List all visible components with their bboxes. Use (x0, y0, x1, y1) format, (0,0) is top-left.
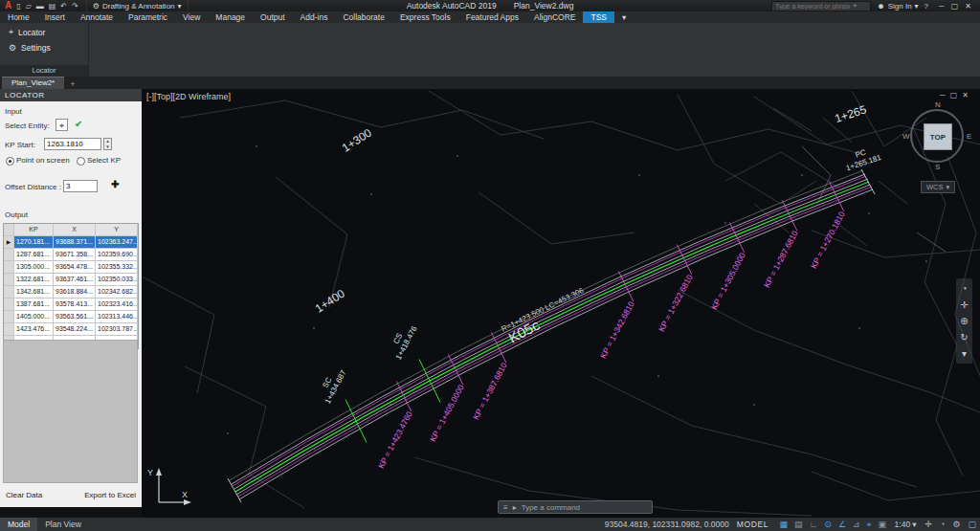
close-icon[interactable]: ✕ (962, 91, 969, 100)
viewcube-north[interactable]: N (935, 100, 941, 109)
tab-annotate[interactable]: Annotate (73, 11, 121, 23)
search-input[interactable] (775, 3, 850, 10)
tab-parametric[interactable]: Parametric (121, 11, 175, 23)
autocad-logo-icon[interactable]: A (0, 0, 16, 11)
ribbon-collapse-icon[interactable]: ▾ (614, 11, 634, 23)
layout-tab-plan-view[interactable]: Plan View (37, 518, 89, 531)
restore-icon[interactable]: ▢ (951, 2, 959, 11)
table-cell[interactable]: 1270.181... (14, 236, 54, 249)
select-kp-radio[interactable] (77, 157, 85, 166)
viewcube-west[interactable]: W (902, 132, 910, 141)
redo-icon[interactable]: ↷ (72, 2, 78, 11)
table-cell[interactable]: 93654.478... (54, 261, 96, 274)
table-cell[interactable]: 102350.033... (96, 274, 138, 286)
tab-featured-apps[interactable]: Featured Apps (458, 11, 526, 23)
zoom-icon[interactable]: ⊕ (960, 316, 968, 326)
pan-icon[interactable]: ✛ (960, 299, 968, 310)
table-cell[interactable]: 93637.461... (54, 274, 96, 286)
tab-tss[interactable]: TSS (583, 11, 614, 23)
close-icon[interactable]: ✕ (965, 2, 971, 11)
viewcube-top-face[interactable]: TOP (924, 123, 952, 150)
undo-icon[interactable]: ↶ (60, 2, 67, 11)
orbit-icon[interactable]: ↻ (960, 332, 968, 343)
navbar-more-icon[interactable]: ▾ (962, 348, 967, 359)
snap-toggle-icon[interactable]: ▤ (791, 520, 807, 529)
command-line[interactable]: ≡ ▸ Type a command (498, 500, 653, 514)
spin-down-icon[interactable]: ▾ (106, 144, 109, 149)
point-on-screen-radio[interactable] (6, 157, 14, 166)
file-tab-plan-view2[interactable]: Plan_View2* (2, 77, 64, 89)
sign-in-button[interactable]: ☻ Sign In ▾ (877, 2, 918, 11)
column-header-kp[interactable]: KP (14, 224, 54, 236)
table-cell[interactable]: 102313.446... (96, 311, 138, 323)
osnap-toggle-icon[interactable]: ⌖ (863, 520, 875, 530)
tab-home[interactable]: Home (0, 11, 37, 23)
tab-collaborate[interactable]: Collaborate (335, 11, 391, 23)
table-cell[interactable]: 93671.358... (54, 249, 96, 261)
palette-title[interactable]: LOCATOR (0, 89, 142, 101)
table-cell[interactable]: 102342.682... (96, 286, 138, 299)
clean-screen-icon[interactable]: ▢ (964, 520, 980, 529)
new-icon[interactable]: ▯ (16, 2, 20, 11)
layout-tab-model[interactable]: Model (0, 518, 37, 531)
table-cell[interactable]: 102363.247... (96, 236, 138, 249)
model-space-view[interactable]: KP = 1+270.1810 KP = 1+287.6810 KP = 1+3… (142, 89, 980, 518)
save-icon[interactable]: ▬ (36, 2, 44, 11)
table-cell[interactable]: 93578.413... (54, 299, 96, 311)
wcs-dropdown[interactable]: WCS ▾ (921, 181, 955, 193)
table-cell[interactable]: 1287.681... (14, 249, 54, 261)
workspace-switcher[interactable]: ⚙ Drafting & Annotation ▾ (86, 0, 189, 11)
viewcube-south[interactable]: S (935, 163, 940, 171)
model-space-button[interactable]: MODEL (737, 520, 768, 529)
minimize-icon[interactable]: ─ (939, 2, 945, 11)
customization-gear-icon[interactable]: ⚙ (948, 520, 964, 529)
table-cell[interactable]: 102303.787... (96, 323, 138, 336)
table-cell[interactable]: 1405.000... (14, 311, 54, 323)
drawing-canvas[interactable]: KP = 1+270.1810 KP = 1+287.6810 KP = 1+3… (142, 89, 980, 518)
open-icon[interactable]: ▱ (26, 2, 32, 11)
grid-toggle-icon[interactable]: ▦ (776, 520, 791, 529)
restore-icon[interactable]: ▢ (950, 91, 958, 100)
minimize-icon[interactable]: ─ (940, 91, 946, 100)
table-cell[interactable]: 93548.224... (54, 323, 96, 336)
tab-express-tools[interactable]: Express Tools (392, 11, 458, 23)
ortho-toggle-icon[interactable]: ∟ (806, 520, 821, 529)
column-header-y[interactable]: Y (96, 224, 138, 236)
customize-icon[interactable]: ≡ (503, 503, 508, 512)
table-cell[interactable]: 93688.371... (54, 236, 96, 249)
table-cell[interactable]: 102355.332... (96, 261, 138, 274)
tab-aligncore[interactable]: AlignCORE (526, 11, 583, 23)
table-cell[interactable]: 1342.681... (14, 286, 54, 299)
search-box[interactable]: ⌖ (771, 1, 871, 11)
clear-data-button[interactable]: Clear Data (6, 491, 42, 499)
alignment-curves[interactable] (228, 169, 875, 502)
confirm-check-icon[interactable]: ✔ (75, 119, 82, 129)
tab-manage[interactable]: Manage (208, 11, 253, 23)
add-offset-icon[interactable]: ✚ (111, 179, 119, 189)
settings-button[interactable]: ⚙ Settings (0, 39, 88, 55)
ucs-icon[interactable]: Y X (147, 468, 191, 505)
steering-wheel-icon[interactable]: ◔ (961, 283, 967, 294)
table-cell[interactable]: 1423.476... (14, 323, 54, 336)
table-cell[interactable]: 102359.690... (96, 249, 138, 261)
lineweight-toggle-icon[interactable]: ▣ (875, 520, 890, 529)
locator-button[interactable]: ⌖ Locator (0, 23, 88, 39)
select-entity-pick-button[interactable]: ⌖ (56, 119, 68, 131)
command-input[interactable]: Type a command (522, 503, 580, 512)
plot-icon[interactable]: ▤ (49, 2, 56, 11)
annotation-scale-button[interactable]: 1:40 ▾ (895, 520, 917, 529)
annotation-visibility-icon[interactable]: ✛ (921, 520, 936, 529)
table-cell[interactable]: 93618.884... (54, 286, 96, 299)
table-cell[interactable]: 1305.000... (14, 261, 54, 274)
new-drawing-tab-icon[interactable]: + (64, 79, 80, 89)
polar-toggle-icon[interactable]: ⊙ (821, 520, 835, 529)
tab-add-ins[interactable]: Add-ins (293, 11, 336, 23)
offset-distance-input[interactable] (63, 180, 98, 192)
table-cell[interactable]: 102323.416... (96, 299, 138, 311)
table-cell[interactable]: 1322.681... (14, 274, 54, 286)
kp-start-spinner[interactable]: ▴▾ (103, 138, 112, 150)
isodraft-toggle-icon[interactable]: ∠ (835, 520, 849, 529)
kp-start-input[interactable] (44, 138, 101, 150)
export-to-excel-button[interactable]: Export to Excel (84, 491, 136, 499)
column-header-x[interactable]: X (54, 224, 96, 236)
